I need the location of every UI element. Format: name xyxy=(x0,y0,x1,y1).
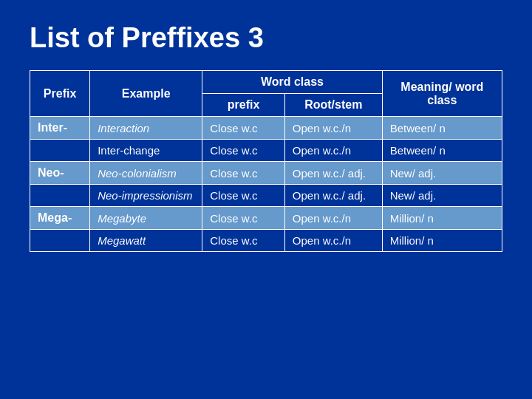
cell-wc-prefix: Close w.c xyxy=(202,230,285,252)
col-header-rootstem: Root/stem xyxy=(284,94,382,117)
cell-wc-prefix: Close w.c xyxy=(202,207,285,230)
col-header-wordclass: Word class xyxy=(202,71,382,94)
cell-prefix xyxy=(30,140,90,162)
table-body: Inter-InteractionClose w.cOpen w.c./nBet… xyxy=(30,117,502,252)
cell-rootstem: Open w.c./n xyxy=(284,230,382,252)
cell-meaning: New/ adj. xyxy=(382,162,502,185)
cell-prefix: Neo- xyxy=(30,162,90,185)
table-row: MegawattClose w.cOpen w.c./nMillion/ n xyxy=(30,230,502,252)
col-header-example: Example xyxy=(90,71,202,117)
cell-wc-prefix: Close w.c xyxy=(202,185,285,207)
cell-meaning: Million/ n xyxy=(382,207,502,230)
cell-rootstem: Open w.c./ adj. xyxy=(284,185,382,207)
table-row: Neo-Neo-colonialismClose w.cOpen w.c./ a… xyxy=(30,162,502,185)
cell-meaning: New/ adj. xyxy=(382,185,502,207)
cell-wc-prefix: Close w.c xyxy=(202,117,285,140)
page: List of Preffixes 3 Prefix Example Word … xyxy=(0,0,532,399)
cell-meaning: Between/ n xyxy=(382,140,502,162)
cell-rootstem: Open w.c./ adj. xyxy=(284,162,382,185)
cell-wc-prefix: Close w.c xyxy=(202,140,285,162)
cell-prefix xyxy=(30,185,90,207)
cell-rootstem: Open w.c./n xyxy=(284,140,382,162)
cell-prefix xyxy=(30,230,90,252)
cell-example: Interaction xyxy=(90,117,202,140)
table-wrapper: Prefix Example Word class Meaning/ word … xyxy=(30,70,502,252)
cell-example: Megabyte xyxy=(90,207,202,230)
cell-example: Inter-change xyxy=(90,140,202,162)
cell-prefix: Inter- xyxy=(30,117,90,140)
cell-meaning: Million/ n xyxy=(382,230,502,252)
table-row: Inter-InteractionClose w.cOpen w.c./nBet… xyxy=(30,117,502,140)
col-header-meaning: Meaning/ word class xyxy=(382,71,502,117)
header-row-1: Prefix Example Word class Meaning/ word … xyxy=(30,71,502,94)
table-row: Neo-impressionismClose w.cOpen w.c./ adj… xyxy=(30,185,502,207)
cell-example: Neo-colonialism xyxy=(90,162,202,185)
table-row: Inter-changeClose w.cOpen w.c./nBetween/… xyxy=(30,140,502,162)
cell-wc-prefix: Close w.c xyxy=(202,162,285,185)
col-header-prefix: Prefix xyxy=(30,71,90,117)
page-title: List of Preffixes 3 xyxy=(30,22,502,54)
cell-meaning: Between/ n xyxy=(382,117,502,140)
cell-rootstem: Open w.c./n xyxy=(284,117,382,140)
cell-example: Megawatt xyxy=(90,230,202,252)
prefixes-table: Prefix Example Word class Meaning/ word … xyxy=(30,70,502,252)
cell-prefix: Mega- xyxy=(30,207,90,230)
cell-rootstem: Open w.c./n xyxy=(284,207,382,230)
cell-example: Neo-impressionism xyxy=(90,185,202,207)
table-row: Mega-MegabyteClose w.cOpen w.c./nMillion… xyxy=(30,207,502,230)
col-header-wc-prefix: prefix xyxy=(202,94,285,117)
